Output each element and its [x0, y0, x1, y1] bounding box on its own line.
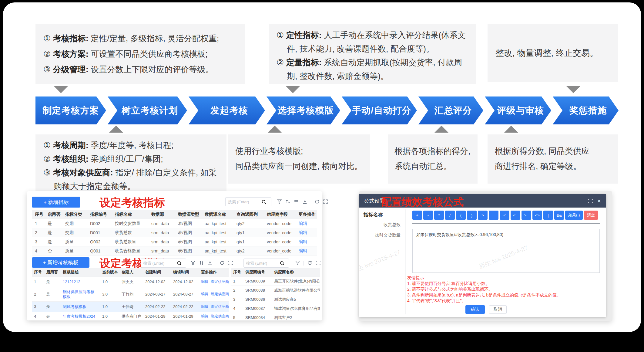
template-link[interactable]: 钢材类供应商考核模板 [63, 289, 96, 299]
col-header: 更多操作 [199, 268, 229, 276]
edit-link[interactable]: 编辑 [299, 248, 307, 254]
operator-button[interactable]: - [423, 211, 433, 220]
info-box-assessment-plan: ① 考核指标: 定性/定量, 多级指标, 灵活分配权重; ② 考核方案: 可设置… [35, 24, 245, 84]
operator-buttons: + - * / ( ) > = < <= >= <> | && 如果(,) 清空 [412, 211, 598, 220]
supplier-search[interactable] [243, 259, 289, 268]
info-line: ② 定量指标: 系统自动定期抓取(按期交货率, 付款周期, 整改件数, 索赔金额… [277, 56, 471, 83]
indicator-search[interactable] [225, 197, 271, 206]
table-row[interactable]: 2是钢材类供应商考核模板3.0丁竹韵2024-08-272024-08-27编辑… [32, 287, 229, 302]
operator-button[interactable]: && [554, 211, 564, 220]
fullscreen-icon[interactable] [316, 260, 321, 266]
sort-icon[interactable] [199, 260, 204, 266]
add-indicator-button[interactable]: + 新增指标 [32, 197, 80, 208]
formula-hints: 友情提示 1. 请不要使用百分号,计算百分比请用小数。 2. 请不要让公式与公式… [407, 275, 601, 304]
operator-button[interactable]: <> [532, 211, 542, 220]
hint-title: 友情提示 [407, 275, 601, 281]
arrow-up-icon [434, 126, 448, 133]
filter-icon[interactable] [190, 260, 196, 266]
info-line: 系统自动汇总。 [394, 159, 475, 174]
info-line: ① 考核指标: 定性/定量, 多级指标, 灵活分配权重; [43, 31, 242, 46]
table-row[interactable]: 4SRM00037福建鸿星尔克体育用品有限公司 [231, 304, 320, 313]
flow-step-8: 奖惩措施 [553, 96, 619, 124]
fullscreen-icon[interactable] [323, 199, 328, 204]
table-row[interactable]: 5SRM00034测试客户2 [231, 313, 320, 322]
bind-supplier-link[interactable]: 绑定供应商 [211, 314, 229, 319]
refresh-icon[interactable] [220, 260, 225, 266]
hint-line: 3. 条件判断用如果(a,b,c), a是判断表达式, b是条件成立的值, c是… [407, 292, 601, 298]
operator-button[interactable]: <= [511, 211, 520, 220]
refresh-icon[interactable] [307, 260, 312, 266]
arrow-up-icon [268, 126, 282, 133]
operator-button[interactable]: * [434, 211, 444, 220]
edit-link[interactable]: 编辑 [201, 292, 208, 297]
indicator-list-title: 指标名称 [364, 212, 383, 218]
confirm-button[interactable]: 确认 [465, 305, 485, 314]
operator-button[interactable]: ( [456, 211, 466, 220]
col-header: 指标名称 [112, 210, 148, 219]
flow-step-1: 制定考核方案 [35, 96, 106, 124]
edit-link[interactable]: 编辑 [201, 314, 208, 319]
indicator-item[interactable]: 收货总数 [359, 222, 401, 228]
edit-link[interactable]: 编辑 [299, 230, 307, 235]
fullscreen-icon[interactable] [228, 260, 233, 266]
table-row[interactable]: 3是质量Q002收货总数量srm_data表/视图aa_kpi_testqty1… [32, 237, 317, 246]
col-header: 序号 [32, 268, 44, 276]
operator-button[interactable]: > [478, 211, 488, 220]
watermark: 新生 lws 2025-4-27 [359, 248, 402, 275]
edit-link[interactable]: 编辑 [299, 239, 307, 245]
add-template-button[interactable]: + 新增考核模板 [32, 257, 89, 268]
close-icon[interactable]: × [597, 198, 601, 204]
toolbar-divider [216, 261, 216, 266]
clear-button[interactable]: 清空 [584, 211, 598, 220]
table-row[interactable]: 1是121212121.0张央央2024-12-022024-12-02编辑绑定… [32, 277, 229, 287]
bind-supplier-link[interactable]: 绑定供应商 [211, 292, 229, 297]
col-header: 启用否 [45, 210, 62, 219]
edit-link[interactable]: 编辑 [201, 279, 208, 284]
filter-icon[interactable] [295, 260, 300, 266]
table-row[interactable]: 1SRM00039易正开拓软件(北京)有限公司 [231, 277, 320, 286]
if-function-button[interactable]: 如果(,) [565, 211, 583, 220]
operator-button[interactable]: | [543, 211, 553, 220]
cancel-button[interactable]: 取消 [489, 305, 507, 314]
search-icon [280, 261, 285, 266]
download-icon[interactable] [207, 260, 213, 266]
table-row[interactable]: 4是年度考核模板20241.0供应商门户2024-01-292024-01-29… [32, 312, 229, 321]
info-box-penalty-measures: 整改, 物量调整, 终止交易。 [488, 24, 618, 82]
filter-icon[interactable] [277, 199, 282, 204]
operator-button[interactable]: = [489, 211, 498, 220]
table-row-selected[interactable]: 3是测试考核模板1.0王佳琦2024-02-222024-02-22编辑绑定供应… [32, 302, 229, 312]
download-icon[interactable] [302, 199, 307, 204]
col-header: 指标编号 [87, 210, 112, 219]
sort-icon[interactable] [285, 199, 290, 204]
edit-link[interactable]: 编辑 [201, 304, 208, 309]
operator-button[interactable]: + [412, 211, 422, 220]
operator-button[interactable]: ) [467, 211, 477, 220]
table-row[interactable]: 3SRM00036测试供应商5 [231, 295, 320, 304]
info-line: ② 考核方案: 可设置不同品类供应商考核模板; [43, 46, 242, 62]
template-link[interactable]: 12121212 [63, 279, 80, 284]
template-search[interactable] [141, 259, 186, 268]
fullscreen-icon[interactable] [588, 198, 593, 204]
template-link[interactable]: 测试考核模板 [63, 304, 86, 310]
edit-link[interactable]: 编辑 [299, 221, 307, 226]
annotation-set-indicators: 设定考核指标 [99, 195, 165, 210]
table-row[interactable]: 4否质量Q001收货合格数量srm_data表/视图aa_kpi_testqty… [32, 246, 317, 256]
template-search-input[interactable] [143, 261, 177, 266]
refresh-icon[interactable] [314, 199, 320, 204]
indicator-search-input[interactable] [228, 200, 261, 204]
formula-input[interactable]: 如果(#按时交货数量/#收货总数>=0.96,100,80) [412, 229, 600, 273]
info-line: 根据各项指标的得分, [394, 144, 475, 159]
bind-supplier-link[interactable]: 绑定供应商 [211, 304, 229, 309]
template-link[interactable]: 年度考核模板2024 [63, 314, 95, 319]
supplier-search-input[interactable] [246, 261, 280, 266]
info-line: 根据所得分数, 同品类供应 [495, 144, 615, 159]
table-row[interactable]: 2是交期D001收货总数srm_data表/视图aa_kpi_testqty1v… [32, 228, 317, 237]
table-row[interactable]: 2SRM00038威海正德弘远软件有限公司 [231, 286, 320, 295]
table-row[interactable]: 1是交期D002按时交货数量srm_data表/视图aa_kpi_testqty… [32, 219, 317, 228]
operator-button[interactable]: >= [522, 211, 531, 220]
bind-supplier-link[interactable]: 绑定供应商 [211, 279, 229, 284]
operator-button[interactable]: < [500, 211, 509, 220]
operator-button[interactable]: / [445, 211, 455, 220]
list-icon[interactable] [294, 199, 299, 204]
indicator-item[interactable]: 按时交货数量 [359, 232, 401, 238]
